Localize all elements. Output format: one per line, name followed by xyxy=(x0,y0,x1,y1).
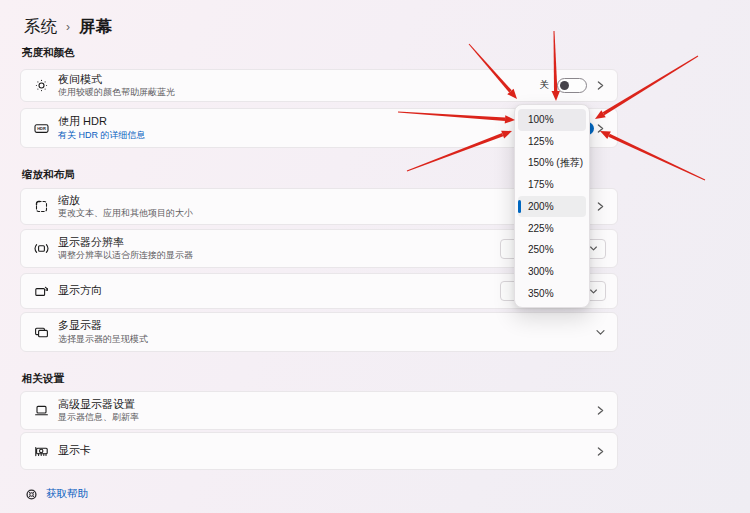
breadcrumb-system[interactable]: 系统 xyxy=(24,16,57,38)
scale-option-250[interactable]: 250% xyxy=(518,239,586,261)
breadcrumb-separator: › xyxy=(66,20,70,34)
hdr-icon: HDR xyxy=(34,121,49,136)
resolution-subtitle: 调整分辨率以适合所连接的显示器 xyxy=(58,250,193,261)
chevron-right-icon xyxy=(595,123,606,134)
section-related-settings: 相关设置 xyxy=(22,372,64,386)
scale-option-100[interactable]: 100% xyxy=(518,109,586,131)
multiple-displays-title: 多显示器 xyxy=(58,319,148,333)
scale-option-300[interactable]: 300% xyxy=(518,261,586,283)
night-light-toggle[interactable] xyxy=(557,78,587,93)
get-help-link[interactable]: 获取帮助 xyxy=(25,487,88,501)
chevron-down-icon xyxy=(595,327,606,338)
multi-display-icon xyxy=(34,325,49,340)
section-scale-layout: 缩放和布局 xyxy=(22,168,75,182)
row-night-light[interactable]: 夜间模式 使用较暖的颜色帮助屏蔽蓝光 关 xyxy=(20,69,618,102)
page-title: 屏幕 xyxy=(79,16,112,38)
row-multiple-displays[interactable]: 多显示器 选择显示器的呈现模式 xyxy=(20,312,618,352)
breadcrumb: 系统 › 屏幕 xyxy=(24,16,112,38)
orientation-icon xyxy=(34,284,49,299)
scale-option-350[interactable]: 350% xyxy=(518,283,586,305)
scale-option-225[interactable]: 225% xyxy=(518,217,586,239)
night-light-subtitle: 使用较暖的颜色帮助屏蔽蓝光 xyxy=(58,87,175,98)
scale-icon xyxy=(34,199,49,214)
help-buoy-icon xyxy=(25,488,38,501)
scale-option-175[interactable]: 175% xyxy=(518,174,586,196)
orientation-title: 显示方向 xyxy=(58,284,102,298)
chevron-right-icon xyxy=(595,405,606,416)
scale-subtitle: 更改文本、应用和其他项目的大小 xyxy=(58,208,193,219)
scale-title: 缩放 xyxy=(58,194,193,208)
settings-window: 系统 › 屏幕 亮度和颜色 夜间模式 使用较暖的颜色帮助屏蔽蓝光 关 xyxy=(0,0,750,513)
night-light-toggle-label: 关 xyxy=(540,79,550,92)
scale-dropdown: 100% 125% 150% (推荐) 175% 200% 225% 250% … xyxy=(514,104,590,308)
advanced-display-icon xyxy=(34,403,49,418)
graphics-card-icon xyxy=(34,444,49,459)
svg-text:HDR: HDR xyxy=(37,126,46,131)
chevron-right-icon xyxy=(595,446,606,457)
chevron-down-icon xyxy=(589,244,598,253)
hdr-title: 使用 HDR xyxy=(58,115,146,129)
resolution-icon xyxy=(34,241,49,256)
row-advanced-display[interactable]: 高级显示器设置 显示器信息、刷新率 xyxy=(20,391,618,430)
chevron-down-icon xyxy=(589,287,598,296)
chevron-right-icon xyxy=(595,80,606,91)
advanced-display-subtitle: 显示器信息、刷新率 xyxy=(58,412,139,423)
graphics-card-title: 显示卡 xyxy=(58,444,91,458)
resolution-title: 显示器分辨率 xyxy=(58,236,193,250)
scale-option-125[interactable]: 125% xyxy=(518,131,586,153)
chevron-right-icon xyxy=(595,201,606,212)
scale-option-200-selected[interactable]: 200% xyxy=(518,196,586,218)
multiple-displays-subtitle: 选择显示器的呈现模式 xyxy=(58,334,148,345)
row-graphics-card[interactable]: 显示卡 xyxy=(20,432,618,470)
selected-accent-bar xyxy=(518,200,521,213)
get-help-label: 获取帮助 xyxy=(46,487,88,501)
hdr-info-link[interactable]: 有关 HDR 的详细信息 xyxy=(58,130,146,141)
scale-option-150-recommended[interactable]: 150% (推荐) xyxy=(518,152,586,174)
section-brightness-color: 亮度和颜色 xyxy=(22,46,75,60)
advanced-display-title: 高级显示器设置 xyxy=(58,398,139,412)
night-light-title: 夜间模式 xyxy=(58,73,175,87)
night-light-icon xyxy=(34,78,49,93)
